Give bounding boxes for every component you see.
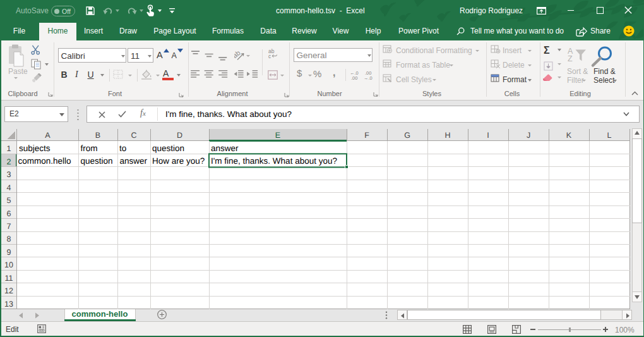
svg-text:4: 4 bbox=[7, 183, 11, 192]
svg-text:10: 10 bbox=[4, 260, 13, 269]
svg-text:B: B bbox=[95, 131, 100, 140]
svg-text:I: I bbox=[487, 131, 489, 140]
svg-text:E: E bbox=[275, 131, 280, 140]
svg-text:9: 9 bbox=[7, 248, 11, 257]
svg-text:subjects: subjects bbox=[19, 144, 51, 153]
svg-text:D: D bbox=[177, 131, 182, 140]
svg-text:→.0: →.0 bbox=[364, 75, 373, 80]
svg-text:8: 8 bbox=[7, 235, 11, 243]
svg-text:5: 5 bbox=[7, 196, 11, 205]
svg-text:3: 3 bbox=[7, 170, 11, 179]
svg-text:11: 11 bbox=[5, 274, 13, 283]
svg-text:How are you?: How are you? bbox=[152, 156, 205, 166]
svg-text:I'm fine, thanks. What about y: I'm fine, thanks. What about you? bbox=[211, 156, 337, 166]
svg-text:H: H bbox=[444, 131, 450, 140]
svg-text:1: 1 bbox=[7, 144, 11, 153]
svg-text:J: J bbox=[527, 131, 530, 140]
svg-text:G: G bbox=[404, 131, 410, 140]
svg-text:C: C bbox=[131, 131, 136, 140]
svg-text:ab: ab bbox=[234, 50, 242, 59]
svg-text:answer: answer bbox=[120, 156, 148, 166]
svg-text:question: question bbox=[152, 144, 184, 153]
svg-text:7: 7 bbox=[7, 222, 11, 231]
svg-text:common.hello: common.hello bbox=[18, 156, 71, 166]
svg-text:Z: Z bbox=[568, 54, 573, 63]
svg-text:L: L bbox=[607, 131, 612, 140]
svg-text:A: A bbox=[45, 131, 51, 140]
svg-text:K: K bbox=[566, 131, 572, 140]
svg-text:to: to bbox=[119, 144, 126, 153]
svg-text:12: 12 bbox=[4, 286, 13, 295]
svg-text:2: 2 bbox=[7, 157, 11, 166]
svg-text:6: 6 bbox=[7, 209, 11, 218]
svg-text:answer: answer bbox=[211, 144, 239, 153]
svg-text:question: question bbox=[81, 156, 113, 166]
svg-text:13: 13 bbox=[4, 300, 13, 309]
svg-text:F: F bbox=[364, 131, 369, 140]
svg-text:from: from bbox=[81, 144, 98, 153]
svg-text:.00: .00 bbox=[351, 75, 357, 80]
